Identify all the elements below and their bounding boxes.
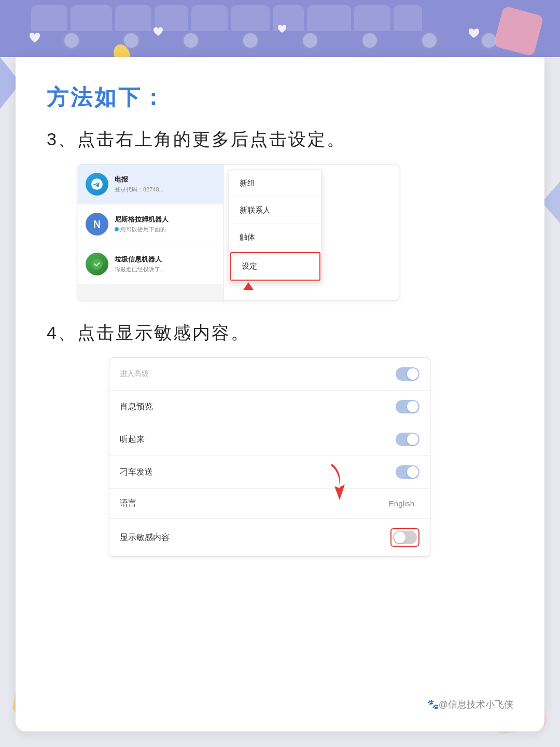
chat-list: 电报 登录代码：82748... N 尼斯格拉姆机器人 您可以使用下面的 (78, 164, 223, 300)
settings-label-send: 刁车发送 (120, 467, 153, 478)
settings-label-language: 语言 (120, 498, 136, 509)
toggle-knob-sound (407, 434, 418, 445)
heart-icon-4 (468, 29, 480, 39)
settings-row-send: 刁车发送 (109, 456, 430, 489)
ring-4 (241, 31, 260, 50)
settings-label-preview: 肖息预览 (120, 402, 153, 412)
menu-item-touch[interactable]: 触体 (229, 224, 321, 251)
chat-info-spam: 垃圾信息机器人 你最近已经投诉了。 (115, 255, 216, 273)
chat-preview-spam: 你最近已经投诉了。 (115, 266, 216, 273)
ring-6 (360, 31, 379, 50)
tab-2 (71, 5, 112, 31)
ring-3 (181, 31, 200, 50)
tab-5 (191, 5, 228, 31)
notebook-paper: 方法如下： 3、点击右上角的更多后点击设定。 电报 登录代码：82748... (16, 57, 544, 731)
chat-preview-nism: 您可以使用下面的 (115, 226, 216, 233)
chat-info-telegram: 电报 登录代码：82748... (115, 175, 216, 193)
step4-title: 4、点击显示敏感内容。 (47, 321, 513, 345)
section-title: 方法如下： (47, 83, 513, 112)
toggle-knob-send (407, 466, 418, 478)
chat-info-nism: 尼斯格拉姆机器人 您可以使用下面的 (115, 215, 216, 233)
toggle-advanced[interactable] (396, 367, 419, 381)
step3-screenshot: 电报 登录代码：82748... N 尼斯格拉姆机器人 您可以使用下面的 (78, 164, 399, 300)
settings-label-sensitive: 显示敏感内容 (120, 532, 170, 543)
settings-row-sound: 听起来 (109, 423, 430, 456)
menu-arrow (243, 282, 254, 295)
heart-icon-3 (277, 25, 287, 33)
deco-blue-right (542, 182, 560, 223)
menu-item-settings[interactable]: 设定 (230, 252, 320, 281)
red-arrow-step4 (316, 461, 347, 505)
notebook-top (0, 0, 560, 57)
toggle-sound[interactable] (396, 433, 419, 446)
chat-preview-telegram: 登录代码：82748... (115, 186, 216, 193)
svg-marker-1 (243, 282, 254, 290)
toggle-send[interactable] (396, 465, 419, 479)
chat-name-spam: 垃圾信息机器人 (115, 255, 216, 264)
tab-1 (31, 5, 67, 31)
chat-name-telegram: 电报 (115, 175, 216, 184)
toggle-preview[interactable] (396, 400, 419, 413)
avatar-telegram (86, 173, 108, 196)
tab-3 (115, 5, 151, 31)
tab-8 (307, 5, 351, 31)
context-menu: 新组 新联系人 触体 设定 (229, 170, 322, 282)
ring-1 (62, 31, 81, 50)
toggle-knob-preview (407, 401, 418, 412)
heart-icon-1 (29, 32, 41, 44)
toggle-sensitive[interactable] (393, 531, 417, 544)
toggle-knob-sensitive (394, 532, 405, 543)
settings-row-advanced: 进入高级 (109, 358, 430, 391)
svg-point-0 (91, 258, 103, 270)
chat-item-telegram: 电报 登录代码：82748... (78, 164, 223, 204)
toggle-knob-advanced (407, 368, 418, 380)
step4-container: 进入高级 肖息预览 听起来 (78, 357, 399, 557)
ring-7 (420, 31, 439, 50)
settings-panel: 进入高级 肖息预览 听起来 (109, 357, 430, 557)
chat-name-nism: 尼斯格拉姆机器人 (115, 215, 216, 224)
avatar-spam (86, 253, 108, 275)
sensitive-highlight-box (390, 528, 419, 547)
menu-item-new-contact[interactable]: 新联系人 (229, 197, 321, 224)
tab-9 (354, 5, 390, 31)
avatar-nism: N (86, 213, 108, 236)
settings-row-sensitive: 显示敏感内容 (109, 519, 430, 556)
settings-value-language: English (389, 499, 414, 508)
ring-5 (301, 31, 319, 50)
settings-row-preview: 肖息预览 (109, 391, 430, 423)
step3-title: 3、点击右上角的更多后点击设定。 (47, 128, 513, 151)
settings-label-sound: 听起来 (120, 434, 145, 445)
heart-icon-2 (153, 27, 163, 36)
settings-row-language: 语言 English (109, 489, 430, 519)
settings-right-language: English (389, 499, 419, 508)
chat-item-spam: 垃圾信息机器人 你最近已经投诉了。 (78, 244, 223, 284)
page-background: 方法如下： 3、点击右上角的更多后点击设定。 电报 登录代码：82748... (0, 0, 560, 747)
chat-item-nism: N 尼斯格拉姆机器人 您可以使用下面的 (78, 204, 223, 244)
settings-label-advanced: 进入高级 (120, 369, 149, 379)
watermark: 🐾@信息技术小飞侠 (427, 698, 513, 711)
menu-item-new-group[interactable]: 新组 (229, 170, 321, 197)
tab-6 (231, 5, 270, 31)
tab-10 (394, 5, 422, 31)
